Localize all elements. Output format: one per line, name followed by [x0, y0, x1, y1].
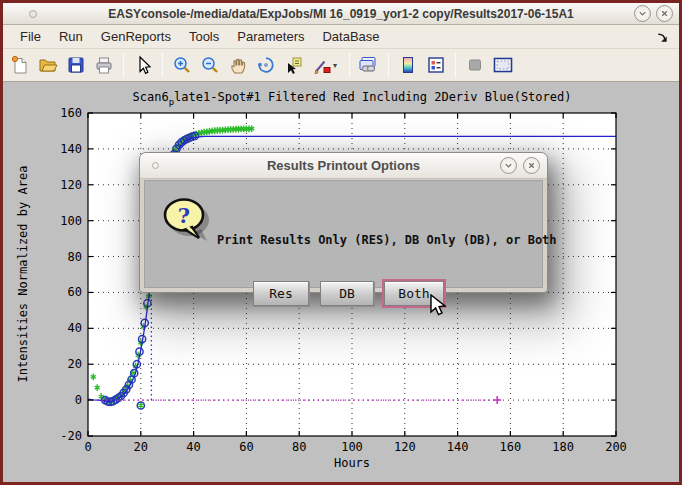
chart-title: Scan6plate1-Spot#1 Filtered Red Includin…	[88, 90, 616, 107]
y-axis-label: Intensities Normalized by Area	[16, 156, 30, 392]
y-tick-label: 120	[60, 178, 82, 192]
y-tick-label: 140	[60, 142, 82, 156]
print-icon[interactable]	[91, 52, 117, 78]
x-tick-label: 60	[239, 440, 253, 454]
insert-legend-icon[interactable]	[423, 52, 449, 78]
window-titlebar[interactable]: EASYconsole-/media/data/ExpJobs/MI 16_09…	[3, 3, 679, 25]
shade-button[interactable]	[634, 5, 651, 22]
x-tick-label: 20	[134, 440, 148, 454]
window-title: EASYconsole-/media/data/ExpJobs/MI 16_09…	[3, 7, 679, 21]
y-tick-label: 80	[68, 250, 82, 264]
easyconsole-window: EASYconsole-/media/data/ExpJobs/MI 16_09…	[0, 0, 682, 485]
y-tick-label: 40	[68, 321, 82, 335]
dialog-shade-button[interactable]	[500, 157, 517, 174]
hide-plot-tools-icon[interactable]	[462, 52, 488, 78]
menu-item-run[interactable]: Run	[50, 26, 92, 47]
res-button[interactable]: Res	[253, 281, 309, 306]
toolbar-separator	[349, 53, 350, 77]
x-tick-label: 180	[552, 440, 574, 454]
link-plots-icon[interactable]	[356, 52, 382, 78]
x-tick-label: 140	[447, 440, 469, 454]
y-tick-label: 20	[68, 357, 82, 371]
menu-bar: FileRunGenReportsToolsParametersDataBase	[3, 25, 679, 49]
new-file-icon[interactable]	[7, 52, 33, 78]
x-tick-label: 200	[605, 440, 627, 454]
svg-text:?: ?	[178, 203, 190, 228]
data-cursor-icon[interactable]	[281, 52, 307, 78]
x-tick-label: 0	[84, 440, 91, 454]
menu-item-parameters[interactable]: Parameters	[228, 26, 313, 47]
y-tick-label: 160	[60, 106, 82, 120]
menu-item-tools[interactable]: Tools	[180, 26, 228, 47]
save-icon[interactable]	[63, 52, 89, 78]
window-menu-icon[interactable]	[29, 10, 37, 18]
dialog-body: ? Print Results Only (RES), DB Only (DB)…	[144, 180, 543, 288]
y-tick-label: 0	[75, 393, 82, 407]
menu-item-file[interactable]: File	[11, 26, 50, 47]
menu-item-genreports[interactable]: GenReports	[92, 26, 180, 47]
zoom-in-icon[interactable]	[169, 52, 195, 78]
pan-hand-icon[interactable]	[225, 52, 251, 78]
menu-overflow-arrow-icon[interactable]	[656, 30, 669, 48]
dialog-message: Print Results Only (RES), DB Only (DB), …	[217, 233, 534, 247]
toolbar-separator	[388, 53, 389, 77]
x-tick-label: 120	[394, 440, 416, 454]
chevron-down-icon	[638, 9, 647, 18]
x-axis-label: Hours	[88, 456, 616, 470]
dialog-titlebar[interactable]: Results Printout Options	[140, 153, 547, 179]
y-tick-label: 100	[60, 214, 82, 228]
brush-dropdown-icon[interactable]: ▾	[333, 61, 343, 70]
x-tick-label: 40	[186, 440, 200, 454]
results-printout-dialog: Results Printout Options ?	[139, 152, 548, 293]
x-tick-label: 100	[341, 440, 363, 454]
brush-icon[interactable]	[309, 52, 335, 78]
db-button[interactable]: DB	[320, 281, 374, 306]
insert-colorbar-icon[interactable]	[395, 52, 421, 78]
close-icon	[660, 9, 669, 18]
toolbar-separator	[455, 53, 456, 77]
y-tick-label: 60	[68, 285, 82, 299]
menu-item-database[interactable]: DataBase	[313, 26, 388, 47]
dialog-menu-icon[interactable]	[152, 162, 159, 169]
close-button[interactable]	[656, 5, 673, 22]
x-tick-label: 160	[500, 440, 522, 454]
y-tick-label: -20	[60, 429, 82, 443]
rotate-3d-icon[interactable]	[253, 52, 279, 78]
pointer-icon[interactable]	[130, 52, 156, 78]
zoom-out-icon[interactable]	[197, 52, 223, 78]
toolbar-separator	[123, 53, 124, 77]
dialog-close-button[interactable]	[523, 157, 540, 174]
dialog-title: Results Printout Options	[140, 158, 547, 173]
both-button[interactable]: Both	[384, 281, 444, 306]
open-folder-icon[interactable]	[35, 52, 61, 78]
figure-toolbar: ▾	[3, 49, 679, 82]
chevron-down-icon	[504, 161, 513, 170]
x-tick-label: 80	[292, 440, 306, 454]
toolbar-separator	[162, 53, 163, 77]
show-plot-tools-icon[interactable]	[490, 52, 516, 78]
question-bubble-icon: ?	[159, 193, 211, 249]
close-icon	[527, 161, 536, 170]
